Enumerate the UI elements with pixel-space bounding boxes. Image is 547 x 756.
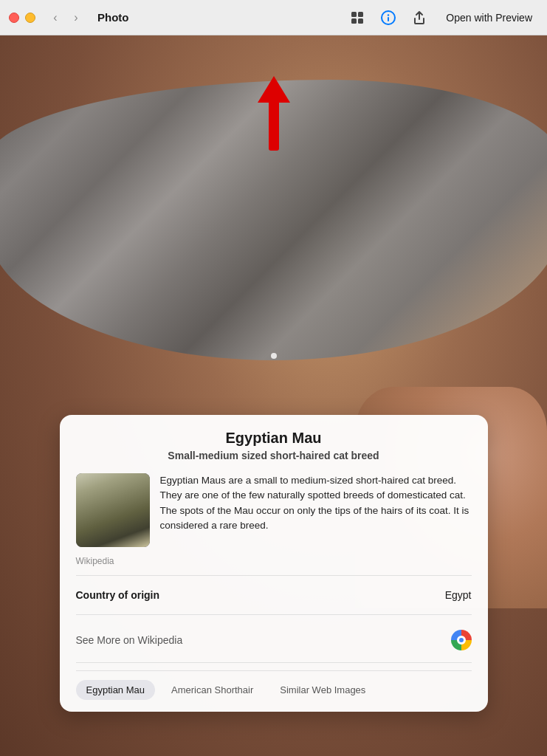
country-label: Country of origin	[76, 589, 160, 601]
chrome-inner-circle	[457, 636, 466, 645]
info-panel-subtitle: Small-medium sized short-haired cat bree…	[76, 450, 472, 461]
svg-rect-2	[351, 18, 357, 24]
country-value: Egypt	[445, 589, 472, 601]
svg-rect-0	[351, 12, 357, 17]
arrow-shaft	[269, 103, 279, 151]
svg-rect-3	[358, 18, 363, 24]
nav-arrows: ‹ ›	[46, 8, 86, 27]
bottom-tabs: Egyptian Mau American Shorthair Similar …	[76, 670, 472, 700]
tab-american-shorthair[interactable]: American Shorthair	[161, 680, 264, 700]
toolbar-left: ‹ › Photo	[9, 8, 129, 27]
open-with-preview-button[interactable]: Open with Preview	[440, 9, 538, 27]
toolbar-title: Photo	[97, 11, 129, 24]
info-description: Egyptian Maus are a small to medium-size…	[160, 473, 472, 547]
arrow-head	[258, 76, 290, 103]
svg-rect-1	[358, 12, 363, 17]
info-body: Egyptian Maus are a small to medium-size…	[76, 473, 472, 547]
info-icon[interactable]	[378, 7, 399, 28]
toolbar: ‹ › Photo	[0, 0, 547, 35]
tab-similar-web-images[interactable]: Similar Web Images	[269, 680, 376, 700]
wikipedia-link-row[interactable]: See More on Wikipedia	[76, 622, 472, 655]
divider-2	[76, 614, 472, 615]
divider-3	[76, 662, 472, 663]
annotation-arrow	[258, 76, 290, 151]
photo-area: Egyptian Mau Small-medium sized short-ha…	[0, 35, 547, 756]
close-button[interactable]	[9, 13, 19, 23]
forward-button[interactable]: ›	[66, 8, 86, 27]
svg-rect-6	[388, 17, 389, 21]
svg-point-5	[388, 14, 389, 16]
grid-icon[interactable]	[347, 7, 368, 28]
thumb-image	[76, 473, 150, 547]
info-thumbnail[interactable]	[76, 473, 150, 547]
share-icon[interactable]	[409, 7, 430, 28]
wikipedia-link-text: See More on Wikipedia	[76, 634, 183, 646]
info-panel-title: Egyptian Mau	[76, 430, 472, 447]
info-source: Wikipedia	[76, 556, 472, 566]
toolbar-right: Open with Preview	[347, 7, 538, 28]
dot-indicator	[271, 353, 277, 359]
minimize-button[interactable]	[25, 13, 35, 23]
divider-1	[76, 575, 472, 576]
info-panel: Egyptian Mau Small-medium sized short-ha…	[60, 415, 488, 712]
chrome-icon	[451, 630, 472, 650]
country-row: Country of origin Egypt	[76, 583, 472, 607]
tab-egyptian-mau[interactable]: Egyptian Mau	[76, 680, 156, 700]
back-button[interactable]: ‹	[46, 8, 65, 27]
